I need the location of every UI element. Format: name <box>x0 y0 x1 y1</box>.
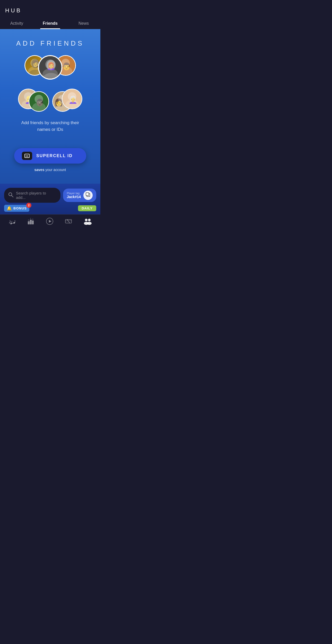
svg-text:👨🏿: 👨🏿 <box>35 98 44 107</box>
svg-text:👩‍🦰: 👩‍🦰 <box>47 62 56 70</box>
leaderboard-icon: 2 1 3 <box>27 218 34 225</box>
svg-point-43 <box>87 222 92 225</box>
copy-button[interactable] <box>83 191 93 200</box>
nav-item-play[interactable] <box>46 218 53 225</box>
svg-point-19 <box>9 193 12 196</box>
tab-news[interactable]: News <box>67 18 100 29</box>
nav-item-leaderboard[interactable]: 2 1 3 <box>27 218 34 225</box>
tab-activity[interactable]: Activity <box>0 18 33 29</box>
svg-rect-30 <box>30 220 32 224</box>
main-content: ADD FRIENDS 👩 👩‍🦰 <box>0 29 100 184</box>
section-title: ADD FRIENDS <box>16 39 84 47</box>
svg-text:2: 2 <box>28 219 29 221</box>
music-icon: ♪ <box>8 218 16 225</box>
svg-text:1: 1 <box>30 218 31 220</box>
avatar-7[interactable]: 👩‍🦳 <box>62 89 82 109</box>
avatar-cluster: 👩 👩‍🦰 👨 <box>14 55 86 112</box>
nav-item-music[interactable]: ♪ <box>8 218 16 225</box>
player-tag-value: Jack#14 <box>67 195 81 199</box>
friends-icon <box>84 218 92 225</box>
tab-friends[interactable]: Friends <box>33 18 67 29</box>
nav-item-friends[interactable] <box>84 218 92 225</box>
bottom-nav: ♪ 2 1 3 <box>0 214 100 230</box>
svg-text:ID: ID <box>26 155 29 157</box>
svg-rect-3 <box>39 56 62 79</box>
svg-rect-29 <box>28 221 30 224</box>
search-row: Search players to add... Player tag Jack… <box>4 188 96 203</box>
svg-line-38 <box>67 219 70 223</box>
header: HUB Activity Friends News <box>0 0 100 29</box>
bonus-icon: 🔔 <box>7 206 12 211</box>
app-title: HUB <box>0 5 100 18</box>
saves-text: saves your account <box>34 168 66 172</box>
bonus-row: 🔔 BONUS 2 DAILY <box>4 205 96 212</box>
search-bar[interactable]: Search players to add... <box>4 188 60 203</box>
player-tag-label: Player tag <box>67 192 81 195</box>
bonus-notification-badge: 2 <box>26 203 31 208</box>
svg-marker-36 <box>49 220 51 223</box>
id-badge: ID <box>22 152 32 160</box>
copy-icon <box>86 192 90 198</box>
player-tag-box: Player tag Jack#14 <box>63 189 96 202</box>
nav-tabs: Activity Friends News <box>0 18 100 29</box>
description-text: Add friends by searching their names or … <box>14 120 86 133</box>
svg-text:👨: 👨 <box>62 62 71 71</box>
svg-point-41 <box>88 219 91 221</box>
svg-rect-31 <box>32 221 34 224</box>
svg-text:3: 3 <box>32 218 33 221</box>
search-icon <box>8 192 13 199</box>
svg-line-20 <box>12 196 13 197</box>
nav-item-tickets[interactable] <box>65 218 72 225</box>
svg-rect-11 <box>29 92 48 111</box>
avatar-5[interactable]: 👨🏿 <box>29 91 49 112</box>
svg-point-25 <box>10 223 12 224</box>
svg-rect-15 <box>63 89 82 108</box>
supercell-id-label: SUPERCELL ID <box>36 154 73 158</box>
bonus-label: BONUS <box>13 206 27 210</box>
svg-point-5 <box>43 73 60 79</box>
tickets-icon <box>65 218 72 225</box>
player-tag-text: Player tag Jack#14 <box>67 192 81 199</box>
svg-text:👩‍🦳: 👩‍🦳 <box>68 96 77 104</box>
svg-point-40 <box>85 219 88 221</box>
supercell-id-button[interactable]: ID SUPERCELL ID <box>14 148 86 164</box>
bottom-section: Search players to add... Player tag Jack… <box>0 184 100 214</box>
search-placeholder: Search players to add... <box>16 191 56 200</box>
bonus-badge[interactable]: 🔔 BONUS 2 <box>4 205 29 212</box>
play-icon <box>46 218 53 225</box>
svg-rect-22 <box>86 193 89 196</box>
daily-badge[interactable]: DAILY <box>78 205 96 211</box>
avatar-2[interactable]: 👩‍🦰 <box>38 55 63 80</box>
